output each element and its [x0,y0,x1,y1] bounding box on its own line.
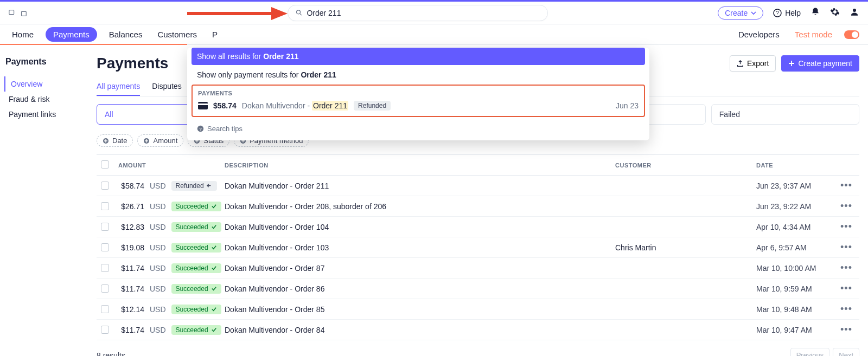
help-label: Help [785,9,801,17]
nav-customers[interactable]: Customers [154,28,200,41]
account-button[interactable] [850,7,859,18]
row-customer: Chris Martin [615,243,756,252]
search-box[interactable] [288,5,548,21]
row-checkbox[interactable] [101,243,109,251]
next-button[interactable]: Next [833,348,859,356]
row-amount: $11.74 [116,264,144,273]
status-badge: Refunded [171,181,217,191]
plus-circle-icon [103,138,109,144]
select-all-checkbox[interactable] [101,160,109,169]
row-date: Jun 23, 9:37 AM [756,182,838,190]
chip-date[interactable]: Date [97,134,133,147]
row-currency: USD [150,305,166,314]
row-description: Dokan Multivendor - Order 103 [225,243,615,252]
row-actions[interactable]: ••• [838,303,855,315]
row-description: Dokan Multivendor - Order 104 [225,223,615,231]
search-input[interactable] [307,9,540,17]
card-icon [198,102,208,109]
row-date: Mar 10, 10:00 AM [756,264,838,273]
nav-truncated[interactable]: P [209,28,221,41]
table-row[interactable]: $26.71USDSucceeded Dokan Multivendor - O… [97,196,859,217]
table-row[interactable]: $12.83USDSucceeded Dokan Multivendor - O… [97,217,859,237]
row-amount: $58.74 [116,182,144,190]
row-description: Dokan Multivendor - Order 86 [225,284,615,293]
search-show-all-term: Order 211 [263,52,298,61]
navbar: Home Payments Balances Customers P Devel… [0,24,868,45]
previous-button[interactable]: Previous [790,348,830,356]
sidebar-item-overview[interactable]: Overview [4,76,88,92]
row-checkbox[interactable] [101,305,109,313]
row-checkbox[interactable] [101,182,109,190]
status-badge: Succeeded [171,325,221,335]
svg-rect-1 [22,11,27,16]
tab-disputes[interactable]: Disputes [152,82,181,96]
settings-button[interactable] [830,7,840,18]
row-actions[interactable]: ••• [838,324,855,335]
help-icon: ? [197,125,204,132]
search-result-item[interactable]: $58.74 Dokan Multivendor - Order 211 Ref… [198,101,639,111]
table-row[interactable]: $58.74USDRefunded Dokan Multivendor - Or… [97,176,859,196]
export-icon [737,60,744,67]
th-amount: AMOUNT [116,162,225,169]
table-row[interactable]: $11.74USDSucceeded Dokan Multivendor - O… [97,279,859,299]
accent-bar [0,44,187,45]
row-actions[interactable]: ••• [838,180,855,191]
create-payment-label: Create payment [798,59,852,68]
row-currency: USD [150,182,166,190]
status-badge: Succeeded [171,222,221,232]
table-header: AMOUNT DESCRIPTION CUSTOMER DATE [97,154,859,176]
row-actions[interactable]: ••• [838,200,855,212]
notifications-button[interactable] [810,7,820,18]
svg-point-4 [297,10,301,14]
row-currency: USD [150,284,166,293]
table-row[interactable]: $11.74USDSucceeded Dokan Multivendor - O… [97,320,859,340]
person-icon [850,7,859,17]
export-button[interactable]: Export [730,55,776,72]
help-link[interactable]: ? Help [773,9,801,17]
row-checkbox[interactable] [101,202,109,210]
row-date: Apr 6, 9:57 AM [756,243,838,252]
row-date: Mar 10, 9:47 AM [756,326,838,334]
row-actions[interactable]: ••• [838,283,855,294]
sidebar-item-payment-links[interactable]: Payment links [4,107,88,122]
window-tab-icons [9,9,27,17]
status-badge: Succeeded [171,202,221,211]
table-row[interactable]: $12.14USDSucceeded Dokan Multivendor - O… [97,299,859,320]
test-mode-toggle[interactable] [844,30,859,39]
row-actions[interactable]: ••• [838,262,855,274]
row-actions[interactable]: ••• [838,242,855,253]
row-description: Dokan Multivendor - Order 85 [225,305,615,314]
search-show-all[interactable]: Show all results for Order 211 [192,48,645,65]
svg-rect-10 [198,103,208,105]
row-date: Jun 23, 9:22 AM [756,202,838,211]
tab-all-payments[interactable]: All payments [97,82,140,96]
create-button[interactable]: Create [718,7,763,20]
search-results-box: PAYMENTS $58.74 Dokan Multivendor - Orde… [192,85,645,117]
nav-developers[interactable]: Developers [735,28,783,41]
search-dropdown: Show all results for Order 211 Show only… [187,48,649,140]
row-checkbox[interactable] [101,223,109,231]
svg-rect-9 [198,102,208,109]
nav-payments[interactable]: Payments [46,27,97,42]
result-date: Jun 23 [616,101,639,110]
sidebar-item-fraud[interactable]: Fraud & risk [4,92,88,107]
help-icon: ? [773,9,782,17]
gear-icon [830,7,840,17]
row-checkbox[interactable] [101,326,109,334]
create-payment-button[interactable]: Create payment [781,55,859,72]
table-row[interactable]: $19.08USDSucceeded Dokan Multivendor - O… [97,237,859,258]
row-checkbox[interactable] [101,284,109,293]
search-show-only-payments[interactable]: Show only payment results for Order 211 [187,65,649,85]
nav-home[interactable]: Home [9,28,37,41]
search-show-all-prefix: Show all results for [197,52,263,61]
filter-card-failed[interactable]: Failed [711,104,859,125]
row-amount: $12.83 [116,223,144,231]
row-description: Dokan Multivendor - Order 208, suborder … [225,202,615,211]
chip-amount[interactable]: Amount [137,134,183,147]
row-actions[interactable]: ••• [838,221,855,232]
search-tips[interactable]: ? Search tips [187,121,649,136]
search-show-only-term: Order 211 [301,70,336,79]
row-checkbox[interactable] [101,264,109,272]
table-row[interactable]: $11.74USDSucceeded Dokan Multivendor - O… [97,258,859,279]
nav-balances[interactable]: Balances [106,28,146,41]
